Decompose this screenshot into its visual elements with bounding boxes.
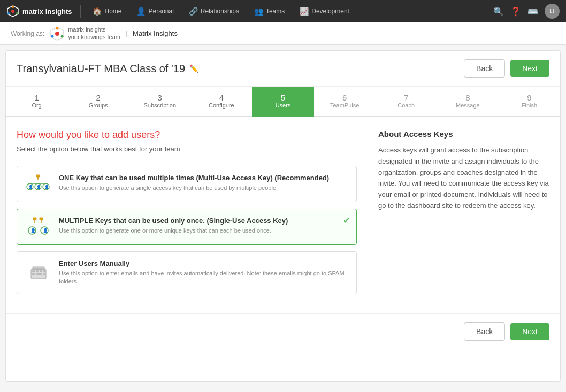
nav-relationships[interactable]: 🔗 Relationships (181, 0, 247, 22)
nav-personal-label: Personal (148, 7, 173, 15)
section-title: How would you like to add users? (17, 129, 357, 141)
home-icon: 🏠 (93, 7, 102, 16)
svg-rect-28 (33, 267, 44, 269)
svg-point-6 (55, 32, 59, 36)
svg-text:👤: 👤 (36, 185, 41, 189)
edit-icon[interactable]: ✏️ (189, 64, 198, 73)
step-org[interactable]: 1Org (6, 87, 67, 117)
personal-icon: 👤 (136, 7, 146, 16)
org-main-name: Matrix Insights (133, 29, 178, 37)
nav-home[interactable]: 🏠 Home (85, 0, 129, 22)
nav-teams[interactable]: 👥 Teams (247, 0, 292, 22)
svg-rect-33 (32, 273, 35, 275)
nav-development-label: Development (311, 7, 349, 15)
svg-text:👤: 👤 (44, 185, 49, 189)
selected-check-icon: ✔ (343, 216, 350, 226)
right-panel: About Access Keys Access keys will grant… (378, 129, 549, 301)
title-bar: TransylvaniaU-FT MBA Class of '19 ✏️ Bac… (6, 51, 560, 87)
option-card-multi[interactable]: 👤 👤 👤 ONE Key that can be used multiple … (17, 166, 357, 202)
back-button-top[interactable]: Back (464, 59, 505, 78)
svg-rect-29 (32, 270, 35, 272)
step-coach[interactable]: 7Coach (376, 87, 437, 117)
option-title-multi: ONE Key that can be used multiple times … (59, 174, 348, 182)
step-users[interactable]: 5Users (252, 87, 313, 117)
svg-rect-34 (36, 273, 42, 275)
nav-relationships-label: Relationships (201, 7, 239, 15)
option-card-single[interactable]: 👤 👤 MULTIPLE Keys that can be used only … (17, 209, 357, 245)
option-desc-multi: Use this option to generate a single acc… (59, 184, 348, 192)
nav-teams-label: Teams (266, 7, 285, 15)
back-button-bottom[interactable]: Back (464, 322, 505, 341)
bottom-bar: Back Next (6, 313, 560, 349)
user-avatar[interactable]: U (545, 4, 560, 19)
option-text-multi: ONE Key that can be used multiple times … (59, 174, 348, 192)
top-nav: matrix insights 🏠 Home 👤 Personal 🔗 Rela… (0, 0, 566, 22)
option-text-manual: Enter Users Manually Use this option to … (59, 259, 348, 286)
svg-rect-19 (33, 218, 36, 220)
option-title-manual: Enter Users Manually (59, 259, 348, 267)
section-subtitle: Select the option below that works best … (17, 145, 357, 153)
step-teampulse[interactable]: 6TeamPulse (314, 87, 376, 117)
svg-point-9 (51, 35, 54, 37)
left-panel: How would you like to add users? Select … (17, 129, 357, 301)
nav-personal[interactable]: 👤 Personal (129, 0, 181, 22)
stepper: 1Org2Groups3Subscription4Configure5Users… (6, 87, 560, 117)
working-as-label: Working as: (11, 30, 44, 37)
svg-point-8 (61, 35, 64, 37)
working-as-org[interactable]: matrix insights your knowings team (50, 26, 120, 41)
nav-right: 🔍 ❓ ⌨️ U (493, 4, 560, 19)
svg-point-2 (12, 6, 14, 8)
svg-point-7 (56, 27, 59, 29)
svg-rect-32 (43, 270, 45, 272)
option-title-single: MULTIPLE Keys that can be used only once… (59, 217, 348, 225)
svg-rect-35 (43, 273, 45, 275)
development-icon: 📈 (300, 7, 309, 16)
working-as-bar: Working as: matrix insights your knowing… (0, 22, 566, 45)
svg-text:👤: 👤 (30, 228, 36, 233)
svg-point-4 (7, 12, 10, 14)
search-icon[interactable]: 🔍 (493, 6, 504, 17)
option-desc-manual: Use this option to enter emails and have… (59, 270, 348, 286)
svg-rect-10 (36, 175, 40, 177)
separator: | (126, 30, 127, 37)
option-card-manual[interactable]: Enter Users Manually Use this option to … (17, 251, 357, 294)
next-button-bottom[interactable]: Next (510, 323, 549, 340)
logo-icon (6, 5, 19, 18)
about-title: About Access Keys (378, 129, 549, 139)
step-configure[interactable]: 4Configure (190, 87, 252, 117)
avatar-initial: U (550, 7, 555, 15)
step-subscription[interactable]: 3Subscription (129, 87, 190, 117)
page-title-text: TransylvaniaU-FT MBA Class of '19 (17, 63, 185, 75)
org-small-tagline: your knowings team (68, 34, 120, 41)
single-key-icon: 👤 👤 (26, 217, 51, 237)
svg-point-1 (11, 10, 14, 13)
nav-items: 🏠 Home 👤 Personal 🔗 Relationships 👥 Team… (85, 0, 493, 22)
title-actions: Back Next (464, 59, 549, 78)
svg-point-3 (16, 12, 18, 14)
next-button-top[interactable]: Next (510, 60, 549, 77)
svg-text:👤: 👤 (43, 228, 48, 233)
page-title: TransylvaniaU-FT MBA Class of '19 ✏️ (17, 63, 198, 75)
help-icon[interactable]: ❓ (510, 6, 521, 17)
svg-text:👤: 👤 (28, 185, 33, 189)
org-small-name: matrix insights (68, 26, 120, 33)
multi-key-icon: 👤 👤 👤 (26, 174, 51, 194)
about-text: Access keys will grant access to the sub… (378, 145, 549, 212)
step-finish[interactable]: 9Finish (499, 87, 560, 117)
main-content: TransylvaniaU-FT MBA Class of '19 ✏️ Bac… (5, 50, 561, 382)
step-message[interactable]: 8Message (437, 87, 499, 117)
relationships-icon: 🔗 (189, 7, 198, 16)
svg-rect-30 (36, 270, 39, 272)
svg-rect-31 (40, 270, 42, 272)
svg-rect-20 (40, 218, 43, 220)
app-logo[interactable]: matrix insights (6, 5, 81, 18)
app-name-label: matrix insights (22, 7, 72, 16)
option-desc-single: Use this option to generate one or more … (59, 227, 348, 235)
nav-development[interactable]: 📈 Development (292, 0, 357, 22)
teams-icon: 👥 (254, 7, 263, 16)
manual-entry-icon (26, 259, 51, 280)
nav-home-label: Home (104, 7, 121, 15)
org-logo-icon (50, 26, 65, 41)
keyboard-icon[interactable]: ⌨️ (527, 6, 538, 17)
step-groups[interactable]: 2Groups (67, 87, 129, 117)
